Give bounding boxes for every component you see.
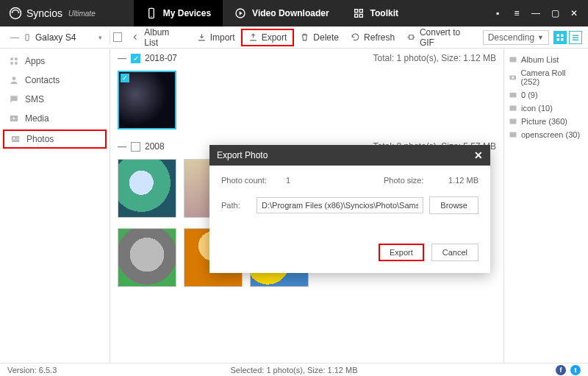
svg-rect-9 — [557, 34, 560, 37]
tab-video-downloader[interactable]: Video Downloader — [223, 0, 340, 26]
delete-button[interactable]: Delete — [294, 30, 345, 45]
export-confirm-button[interactable]: Export — [379, 244, 424, 261]
grid-view-icon[interactable] — [553, 31, 567, 44]
import-icon — [197, 32, 207, 42]
syncios-logo-icon — [9, 7, 22, 20]
tab-label: My Devices — [163, 8, 211, 18]
image-icon — [509, 130, 517, 139]
close-window-icon[interactable]: ✕ — [569, 8, 579, 18]
export-icon — [248, 32, 258, 42]
close-icon[interactable]: ✕ — [474, 149, 483, 161]
export-photo-dialog: Export Photo ✕ Photo count: 1 Photo size… — [209, 145, 490, 273]
album-item[interactable]: icon (10) — [509, 102, 584, 115]
sidebar-item-photos[interactable]: Photos — [3, 130, 107, 149]
back-arrow-icon — [131, 32, 140, 42]
sms-icon — [9, 94, 19, 104]
svg-rect-18 — [10, 62, 13, 65]
export-button[interactable]: Export — [241, 29, 295, 46]
sidebar-item-contacts[interactable]: Contacts — [0, 71, 110, 90]
album-list-button[interactable]: Album List — [125, 25, 190, 50]
device-name: Galaxy S4 — [35, 32, 76, 43]
selection-summary: Selected: 1 photo(s), Size: 1.12 MB — [230, 366, 357, 375]
collapse-icon[interactable]: — — [118, 141, 126, 152]
apps-icon — [9, 56, 19, 66]
grid-icon — [353, 7, 365, 19]
app-name: Syncios — [26, 7, 62, 19]
svg-point-20 — [12, 77, 16, 80]
twitter-icon[interactable]: t — [570, 365, 581, 375]
tab-label: Video Downloader — [252, 8, 329, 18]
tab-my-devices[interactable]: My Devices — [134, 0, 223, 26]
refresh-button[interactable]: Refresh — [345, 30, 401, 45]
sidebar: Apps Contacts SMS Media Photos — [0, 49, 110, 363]
size-label: Photo size: — [384, 176, 442, 185]
svg-rect-8 — [26, 34, 29, 40]
app-logo: Syncios Ultimate — [0, 7, 104, 20]
album-item[interactable]: Picture (360) — [509, 115, 584, 128]
status-bar: Version: 6.5.3 Selected: 1 photo(s), Siz… — [0, 363, 588, 376]
svg-rect-30 — [510, 132, 517, 138]
sidebar-item-sms[interactable]: SMS — [0, 90, 110, 109]
tab-toolkit[interactable]: Toolkit — [341, 0, 410, 26]
facebook-icon[interactable]: f — [556, 365, 566, 375]
svg-rect-13 — [573, 35, 578, 36]
convert-icon — [406, 32, 416, 42]
sort-dropdown[interactable]: Descending ▼ — [483, 30, 549, 45]
device-selector[interactable]: — Galaxy S4 ▾ — [6, 32, 107, 43]
convert-gif-button[interactable]: Convert to GIF — [401, 25, 483, 50]
check-icon: ✓ — [121, 74, 129, 82]
svg-rect-4 — [354, 10, 357, 13]
svg-rect-27 — [510, 93, 517, 98]
cancel-button[interactable]: Cancel — [431, 244, 478, 261]
svg-point-2 — [151, 16, 151, 17]
browse-button[interactable]: Browse — [429, 196, 478, 214]
app-edition: Ultimate — [68, 10, 96, 18]
album-list-header[interactable]: Album List — [509, 53, 584, 66]
svg-rect-15 — [573, 39, 578, 40]
collapse-icon[interactable]: — — [118, 53, 126, 63]
album-item[interactable]: 0 (9) — [509, 88, 584, 102]
svg-rect-24 — [510, 57, 517, 63]
photo-thumbnail[interactable]: ✓ — [118, 71, 176, 130]
play-circle-icon — [234, 7, 246, 19]
svg-rect-12 — [561, 38, 564, 41]
folder-icon — [509, 91, 517, 99]
svg-rect-14 — [573, 37, 578, 38]
album-item[interactable]: openscreen (30) — [509, 128, 584, 141]
svg-rect-7 — [359, 14, 362, 17]
album-item[interactable]: Camera Roll (252) — [509, 66, 584, 88]
sidebar-item-media[interactable]: Media — [0, 109, 110, 128]
contacts-icon — [9, 75, 19, 85]
group-checkbox[interactable]: ✓ — [131, 54, 140, 63]
photo-thumbnail[interactable] — [118, 228, 176, 287]
minimize-icon[interactable]: — — [531, 8, 541, 18]
group-header: — ✓ 2018-07 Total: 1 photo(s), Size: 1.1… — [110, 49, 503, 68]
svg-rect-6 — [354, 14, 357, 17]
svg-rect-19 — [15, 62, 18, 65]
image-icon — [509, 104, 517, 113]
toolbar: — Galaxy S4 ▾ Album List Import Export D… — [0, 26, 588, 49]
phone-icon — [24, 32, 31, 43]
list-view-icon[interactable] — [569, 31, 582, 44]
chevron-down-icon: ▼ — [537, 34, 544, 41]
path-input[interactable] — [257, 197, 423, 213]
count-value: 1 — [286, 176, 290, 185]
svg-point-26 — [512, 77, 514, 79]
menu-icon[interactable]: ≡ — [512, 8, 522, 18]
maximize-icon[interactable]: ▢ — [550, 8, 560, 18]
photo-thumbnail[interactable] — [118, 159, 176, 218]
svg-rect-11 — [557, 38, 560, 41]
separator — [110, 30, 110, 45]
path-label: Path: — [221, 201, 251, 210]
sidebar-item-apps[interactable]: Apps — [0, 52, 110, 71]
group-checkbox[interactable] — [131, 142, 140, 152]
feedback-icon[interactable]: ▪ — [492, 8, 503, 18]
version-label: Version: 6.5.3 — [7, 366, 57, 375]
count-label: Photo count: — [221, 176, 280, 185]
select-all-checkbox[interactable] — [113, 32, 123, 42]
refresh-icon — [351, 32, 360, 42]
import-button[interactable]: Import — [191, 30, 241, 45]
thumb-row: ✓ — [110, 68, 503, 137]
group-label: 2008 — [145, 141, 165, 152]
svg-rect-16 — [10, 57, 13, 60]
